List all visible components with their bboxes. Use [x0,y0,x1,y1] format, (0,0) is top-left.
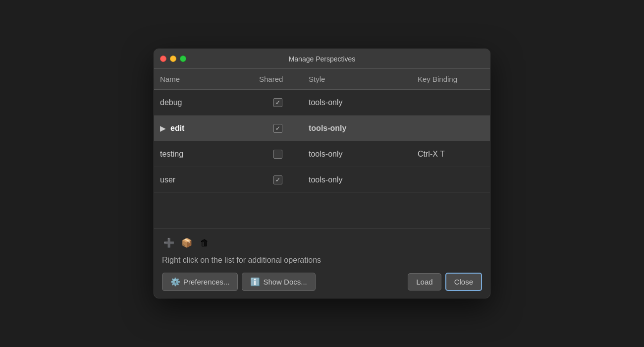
window-content: Name Shared Style Key Binding debug ✓ to… [154,69,490,298]
checkbox-debug[interactable]: ✓ [273,98,282,107]
minimize-window-button[interactable] [170,56,176,62]
show-docs-icon: ℹ️ [250,277,260,287]
cell-style-debug: tools-only [303,94,412,111]
cell-name-edit: ▶ edit [154,120,253,137]
show-docs-button[interactable]: ℹ️ Show Docs... [242,273,315,291]
cell-name-testing: testing [154,146,253,163]
cell-shared-user: ✓ [253,172,303,188]
cell-keybinding-user [412,176,490,184]
selected-row-indicator: ▶ [160,124,165,132]
manage-perspectives-window: Manage Perspectives Name Shared Style Ke… [154,49,490,298]
cell-style-testing: tools-only [303,146,412,163]
header-shared: Shared [253,73,303,85]
icon-toolbar: ➕ 📦 🗑 [162,236,482,250]
cell-keybinding-debug [412,99,490,107]
cell-style-edit: tools-only [303,120,412,137]
load-button[interactable]: Load [408,273,441,290]
traffic-lights [160,56,186,62]
close-window-button[interactable] [160,56,166,62]
window-title: Manage Perspectives [289,55,356,63]
perspectives-table: Name Shared Style Key Binding debug ✓ to… [154,69,490,229]
table-body: debug ✓ tools-only ▶ edit ✓ [154,90,490,229]
preferences-button[interactable]: ⚙️ Preferences... [162,273,238,291]
table-row[interactable]: debug ✓ tools-only [154,90,490,116]
header-keybinding: Key Binding [412,73,490,85]
add-button[interactable]: ➕ [162,236,176,250]
checkbox-testing[interactable]: ✓ [273,150,282,159]
cell-shared-debug: ✓ [253,94,303,111]
preferences-icon: ⚙️ [170,277,180,287]
table-row[interactable]: ▶ edit ✓ tools-only [154,116,490,141]
table-header: Name Shared Style Key Binding [154,69,490,90]
titlebar: Manage Perspectives [154,49,490,69]
button-row: ⚙️ Preferences... ℹ️ Show Docs... Load C… [162,273,482,291]
bottom-section: ➕ 📦 🗑 Right click on the list for additi… [154,229,490,298]
cell-keybinding-testing: Ctrl-X T [412,146,490,163]
maximize-window-button[interactable] [180,56,186,62]
cell-shared-edit: ✓ [253,120,303,137]
header-name: Name [154,73,253,85]
table-row[interactable]: user ✓ tools-only [154,167,490,193]
cell-name-debug: debug [154,94,253,111]
header-style: Style [303,73,412,85]
checkbox-edit[interactable]: ✓ [273,124,282,133]
delete-button[interactable]: 🗑 [198,236,212,250]
edit-button[interactable]: 📦 [180,236,194,250]
hint-text: Right click on the list for additional o… [162,256,482,265]
cell-shared-testing: ✓ [253,146,303,163]
cell-style-user: tools-only [303,172,412,188]
close-button[interactable]: Close [445,273,482,291]
cell-keybinding-edit [412,124,490,132]
cell-name-user: user [154,172,253,188]
table-row[interactable]: testing ✓ tools-only Ctrl-X T [154,141,490,167]
checkbox-user[interactable]: ✓ [273,175,282,184]
